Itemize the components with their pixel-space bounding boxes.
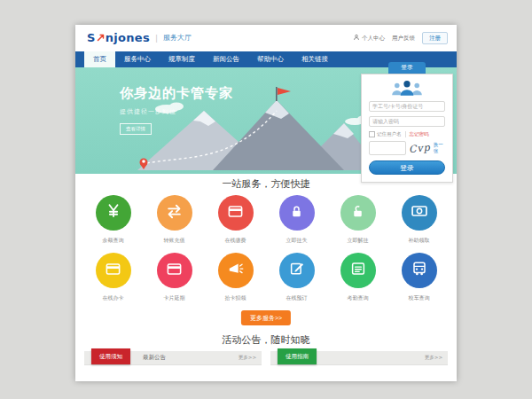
page: S njones | 服务大厅 个人中心 用户反馈 注册 首页 服务中心 [75, 25, 457, 381]
megaphone-icon [227, 261, 244, 281]
register-button[interactable]: 注册 [422, 32, 448, 44]
service-icon-circle [218, 253, 254, 288]
logo-divider: | [155, 34, 158, 43]
login-form: 记住用户名 忘记密码 Cvp 换一张 登录 [361, 74, 453, 183]
service-item[interactable]: 立即挂失 [266, 195, 327, 245]
service-label: 在线缴费 [225, 237, 246, 245]
service-item[interactable]: 在线缴费 [205, 195, 266, 245]
service-icon-circle [218, 195, 254, 231]
nav-item-label: 帮助中心 [257, 55, 284, 63]
service-item[interactable]: 校车查询 [388, 253, 450, 302]
tab-latest-announcements[interactable]: 最新公告 [143, 351, 166, 364]
right-more-link[interactable]: 更多>> [425, 351, 442, 364]
user-center-link[interactable]: 个人中心 [353, 34, 385, 43]
remember-label: 记住用户名 [377, 131, 402, 137]
nav-item-label: 新闻公告 [213, 55, 239, 63]
nav-item[interactable]: 相关链接 [293, 51, 337, 67]
service-icon-circle [402, 195, 437, 231]
service-label: 立即挂失 [286, 237, 308, 245]
nav-item-label: 服务中心 [124, 55, 151, 63]
service-icon-circle [96, 253, 131, 288]
more-services-button[interactable]: 更多服务>> [241, 310, 291, 325]
service-item[interactable]: 余额查询 [82, 195, 144, 245]
card-icon [227, 203, 244, 223]
service-item[interactable]: 考勤查询 [327, 253, 388, 302]
right-tab-bar: 使用指南 更多>> [270, 351, 448, 365]
service-icon-circle [402, 253, 437, 288]
banner-cta-button[interactable]: 查看详情 [120, 123, 152, 135]
service-icon-circle [157, 253, 192, 288]
card-icon [166, 261, 183, 281]
service-item[interactable]: 在线预订 [266, 253, 327, 302]
tab-usage-guide[interactable]: 使用指南 [278, 348, 317, 364]
service-item[interactable]: 立即解挂 [327, 195, 388, 245]
service-icon-circle [96, 195, 131, 231]
header-actions: 个人中心 用户反馈 注册 [353, 25, 448, 51]
service-label: 卡片延期 [164, 294, 185, 302]
services-grid: 余额查询 转账充值 在线缴费 立即挂失 立即解挂 补助领取 在线办卡 [82, 195, 450, 310]
transfer-icon [166, 203, 183, 223]
site-name: 服务大厅 [163, 33, 192, 43]
service-item[interactable]: 拾卡招领 [205, 253, 266, 302]
captcha-refresh-link[interactable]: 换一张 [434, 142, 445, 154]
edit-icon [289, 261, 305, 280]
password-input[interactable] [369, 116, 445, 127]
logo-text-s: S [87, 31, 96, 44]
feedback-link[interactable]: 用户反馈 [392, 35, 415, 43]
service-icon-circle [279, 253, 315, 288]
tab-usage-notice[interactable]: 使用须知 [91, 348, 130, 364]
service-item[interactable]: 转账充值 [144, 195, 205, 245]
left-more-link[interactable]: 更多>> [239, 351, 256, 364]
captcha-row: Cvp 换一张 [369, 141, 445, 155]
nav-item-label: 规章制度 [168, 55, 195, 63]
nav-item[interactable]: 服务中心 [115, 51, 160, 67]
banner-subtitle: 提供捷径一步到位 [120, 107, 233, 116]
service-item[interactable]: 在线办卡 [82, 253, 144, 302]
service-icon-circle [340, 195, 376, 231]
nav-item[interactable]: 首页 [84, 51, 115, 67]
nav-item[interactable]: 规章制度 [160, 51, 204, 67]
nav-item-label: 首页 [93, 55, 106, 63]
service-label: 在线预订 [286, 294, 308, 302]
bus-icon [411, 261, 427, 280]
announcements-right-panel: 使用指南 更多>> [270, 351, 448, 365]
unlock-icon [350, 204, 365, 223]
left-tab-bar: 使用须知 最新公告 更多>> [84, 351, 262, 365]
service-label: 在线办卡 [103, 294, 124, 302]
service-label: 校车查询 [409, 294, 430, 302]
username-input[interactable] [369, 101, 445, 112]
announcements-left-panel: 使用须知 最新公告 更多>> [84, 351, 262, 365]
forgot-password-link[interactable]: 忘记密码 [405, 131, 429, 137]
logo[interactable]: S njones | 服务大厅 [87, 31, 192, 44]
service-label: 转账充值 [164, 237, 185, 245]
nav-item-label: 相关链接 [301, 55, 328, 63]
captcha-image: Cvp [408, 141, 431, 155]
nav-item[interactable]: 帮助中心 [248, 51, 293, 67]
captcha-input[interactable] [369, 141, 406, 155]
service-icon-circle [340, 253, 376, 288]
feedback-label: 用户反馈 [392, 35, 415, 43]
service-label: 补助领取 [409, 237, 430, 245]
user-center-label: 个人中心 [362, 35, 385, 43]
remember-row: 记住用户名 忘记密码 [369, 131, 445, 137]
login-card: 登录 记住用户名 忘记密码 Cv [361, 62, 453, 183]
remember-checkbox[interactable] [369, 131, 375, 137]
nav-item[interactable]: 新闻公告 [204, 51, 248, 67]
service-icon-circle [157, 195, 192, 231]
login-submit-button[interactable]: 登录 [369, 160, 445, 175]
users-icon [369, 80, 445, 97]
service-item[interactable]: 补助领取 [388, 195, 450, 245]
yen-icon [106, 203, 121, 223]
banner-text: 你身边的卡管专家 提供捷径一步到位 查看详情 [120, 85, 233, 135]
banner-title: 你身边的卡管专家 [120, 85, 233, 102]
logo-accent-icon [97, 34, 105, 42]
lock-icon [289, 204, 304, 223]
service-item[interactable]: 卡片延期 [144, 253, 205, 302]
site-header: S njones | 服务大厅 个人中心 用户反馈 注册 [75, 25, 457, 51]
service-label: 立即解挂 [348, 237, 369, 245]
logo-text-rest: njones [106, 31, 150, 44]
service-icon-circle [279, 195, 315, 231]
service-label: 考勤查询 [348, 294, 369, 302]
card-icon [105, 261, 121, 281]
login-tab[interactable]: 登录 [388, 62, 426, 74]
